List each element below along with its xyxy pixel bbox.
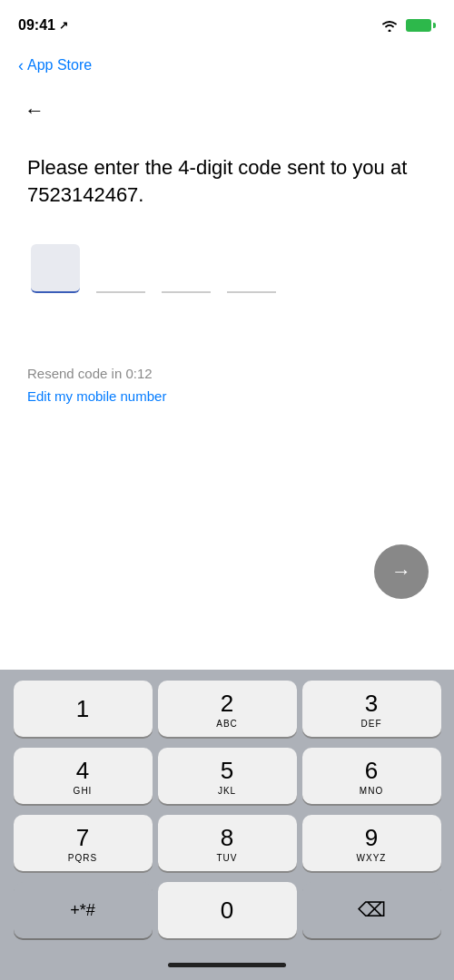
key-symbols-main: +*#	[70, 901, 95, 920]
key-4-sub: GHI	[74, 786, 93, 796]
keyboard-row-2: 4 GHI 5 JKL 6 MNO	[4, 748, 450, 804]
key-0-main: 0	[221, 897, 233, 925]
key-8-sub: TUV	[217, 853, 238, 863]
key-1[interactable]: 1	[14, 681, 153, 737]
resend-section: Resend code in 0:12 Edit my mobile numbe…	[0, 366, 454, 404]
key-2-main: 2	[221, 690, 233, 718]
home-indicator	[4, 949, 450, 980]
nav-bar: ‹ App Store	[0, 45, 454, 85]
key-4-main: 4	[76, 757, 89, 785]
main-content: Please enter the 4-digit code sent to yo…	[0, 136, 454, 293]
key-3-sub: DEF	[361, 719, 382, 729]
key-2-sub: ABC	[216, 719, 238, 729]
key-9-sub: WXYZ	[357, 853, 387, 863]
key-8[interactable]: 8 TUV	[158, 815, 297, 871]
key-5-main: 5	[221, 757, 233, 785]
back-button[interactable]: ←	[18, 94, 51, 127]
app-store-back[interactable]: ‹ App Store	[18, 56, 92, 75]
key-0[interactable]: 0	[158, 882, 297, 938]
key-7[interactable]: 7 PQRS	[14, 815, 153, 871]
resend-timer: Resend code in 0:12	[27, 366, 427, 381]
app-store-label: App Store	[27, 57, 92, 74]
key-6[interactable]: 6 MNO	[302, 748, 441, 804]
status-bar: 09:41 ↗	[0, 0, 454, 45]
keyboard-row-3: 7 PQRS 8 TUV 9 WXYZ	[4, 815, 450, 871]
back-arrow-icon: ←	[25, 99, 44, 122]
key-3[interactable]: 3 DEF	[302, 681, 441, 737]
keyboard-row-1: 1 2 ABC 3 DEF	[4, 681, 450, 737]
key-5-sub: JKL	[218, 786, 236, 796]
back-btn-row: ←	[0, 85, 454, 136]
arrow-right-icon: →	[391, 560, 411, 583]
location-icon: ↗	[59, 19, 68, 32]
instruction-text: Please enter the 4-digit code sent to yo…	[27, 154, 427, 208]
key-3-main: 3	[365, 690, 378, 718]
key-7-sub: PQRS	[68, 853, 97, 863]
battery-icon	[406, 19, 436, 32]
wifi-icon	[380, 19, 399, 32]
key-2[interactable]: 2 ABC	[158, 681, 297, 737]
keyboard: 1 2 ABC 3 DEF 4 GHI 5 JKL 6 MNO 7 PQRS 8	[0, 670, 454, 980]
key-1-main: 1	[76, 695, 89, 723]
key-9-main: 9	[365, 824, 378, 852]
chevron-left-icon: ‹	[18, 56, 24, 75]
status-icons	[380, 19, 436, 32]
key-6-main: 6	[365, 757, 378, 785]
key-9[interactable]: 9 WXYZ	[302, 815, 441, 871]
key-7-main: 7	[76, 824, 89, 852]
status-time: 09:41 ↗	[18, 17, 68, 34]
key-4[interactable]: 4 GHI	[14, 748, 153, 804]
time-label: 09:41	[18, 17, 55, 34]
next-btn-container: →	[374, 544, 429, 599]
edit-number-link[interactable]: Edit my mobile number	[27, 388, 427, 404]
key-symbols[interactable]: +*#	[14, 882, 153, 938]
backspace-icon: ⌫	[358, 898, 386, 922]
home-bar	[168, 963, 286, 967]
code-inputs	[27, 244, 427, 293]
key-6-sub: MNO	[360, 786, 383, 796]
keyboard-row-4: +*# 0 ⌫	[4, 882, 450, 938]
key-backspace[interactable]: ⌫	[302, 882, 441, 938]
code-box-4[interactable]	[227, 244, 276, 293]
key-8-main: 8	[221, 824, 233, 852]
code-box-2[interactable]	[96, 244, 145, 293]
code-box-1[interactable]	[31, 244, 80, 293]
next-button[interactable]: →	[374, 544, 429, 599]
key-5[interactable]: 5 JKL	[158, 748, 297, 804]
code-box-3[interactable]	[162, 244, 211, 293]
